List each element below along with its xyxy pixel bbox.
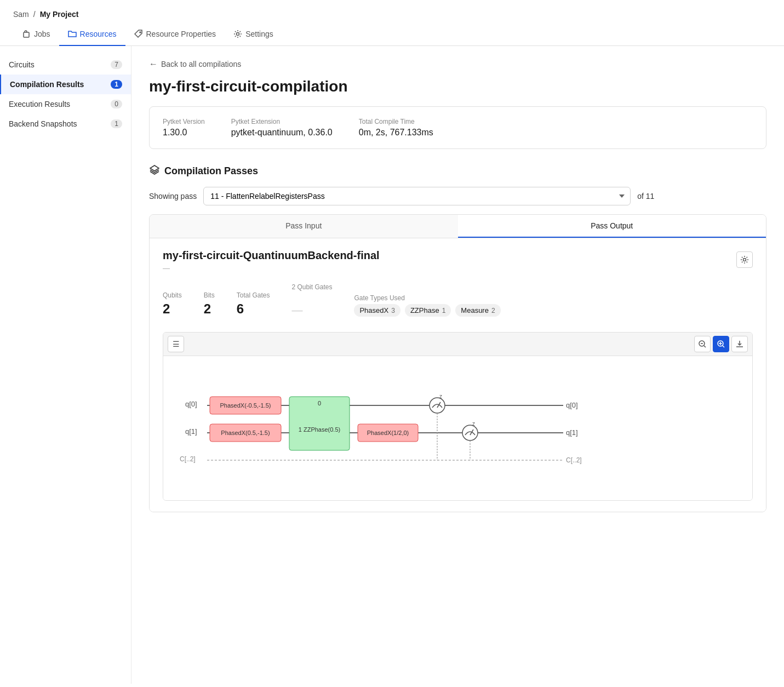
gate-badges: PhasedX 3 ZZPhase 1 Measure 2 xyxy=(354,304,500,317)
sidebar-circuits-badge: 7 xyxy=(111,60,122,69)
bits-label: Bits xyxy=(204,291,215,299)
tab-settings-label: Settings xyxy=(245,30,273,38)
sidebar-compilation-badge: 1 xyxy=(111,80,122,89)
tab-resources-label: Resources xyxy=(80,30,117,38)
circuit-svg-area: q[0] q[0] q[1] q[1] C[..2] C[..2] xyxy=(163,356,752,500)
folder-icon xyxy=(68,30,77,38)
list-view-button[interactable]: ☰ xyxy=(168,336,184,352)
back-arrow-icon: ← xyxy=(149,59,158,69)
circuit-diagram-wrapper: ☰ xyxy=(163,332,753,501)
measure-q1-circle xyxy=(462,425,478,440)
info-card: Pytket Version 1.30.0 Pytket Extension p… xyxy=(149,106,766,149)
svg-point-2 xyxy=(237,33,239,36)
stats-row: Qubits 2 Bits 2 Total Gates 6 2 Qubit Ga… xyxy=(163,283,753,317)
stat-two-qubit-gates: 2 Qubit Gates — xyxy=(291,283,332,317)
svg-point-3 xyxy=(743,259,746,261)
gate-zzphase-name: ZZPhase xyxy=(410,306,439,314)
sidebar-item-compilation-results[interactable]: Compilation Results 1 xyxy=(0,75,131,94)
zoom-out-button[interactable] xyxy=(694,336,711,352)
sidebar-item-execution-results[interactable]: Execution Results 0 xyxy=(0,94,131,114)
total-gates-value: 6 xyxy=(237,301,270,317)
svg-line-10 xyxy=(723,346,724,347)
wire-q1-label: q[1] xyxy=(185,427,197,436)
tab-pass-input[interactable]: Pass Input xyxy=(150,215,458,238)
compile-time-value: 0m, 2s, 767.133ms xyxy=(359,128,433,138)
sidebar-backend-label: Backend Snapshots xyxy=(9,119,77,128)
gate-phasedx-q0-label: PhasedX(-0.5,-1.5) xyxy=(220,402,271,409)
settings-button[interactable] xyxy=(736,251,753,268)
gate-zzphase-count: 1 xyxy=(442,307,446,314)
project-name: My Project xyxy=(40,10,79,19)
toolbar-right xyxy=(694,336,748,352)
gate-badge-zzphase: ZZPhase 1 xyxy=(405,304,451,317)
tab-resources[interactable]: Resources xyxy=(59,23,125,46)
pytket-version-label: Pytket Version xyxy=(163,118,205,125)
tab-settings[interactable]: Settings xyxy=(225,23,282,46)
section-heading: Compilation Passes xyxy=(149,164,766,178)
circuit-panel: Pass Input Pass Output my-first-circuit-… xyxy=(149,214,766,512)
wire-classical-end-label: C[..2] xyxy=(566,456,582,464)
header-separator: / xyxy=(33,10,36,19)
wire-q0-end-label: q[0] xyxy=(566,401,578,409)
gate-badge-measure: Measure 2 xyxy=(455,304,500,317)
bits-value: 2 xyxy=(204,301,215,317)
circuit-toolbar: ☰ xyxy=(163,333,752,356)
wire-q1-end-label: q[1] xyxy=(566,428,578,437)
tab-resource-properties[interactable]: Resource Properties xyxy=(125,23,225,46)
pytket-extension-value: pytket-quantinuum, 0.36.0 xyxy=(231,128,333,138)
pass-of-label: of 11 xyxy=(637,192,654,201)
measure-q0-z: z xyxy=(439,393,442,399)
circuit-content-area: my-first-circuit-QuantinuumBackend-final… xyxy=(150,238,766,512)
tab-resource-properties-label: Resource Properties xyxy=(146,30,216,38)
circuit-svg: q[0] q[0] q[1] q[1] C[..2] C[..2] xyxy=(180,373,585,482)
sidebar-item-backend-snapshots[interactable]: Backend Snapshots 1 xyxy=(0,114,131,134)
total-gates-label: Total Gates xyxy=(237,291,270,299)
svg-point-1 xyxy=(140,32,141,33)
gate-phasedx-q1-2-label: PhasedX(1/2,0) xyxy=(367,430,409,436)
back-link[interactable]: ← Back to all compilations xyxy=(149,59,766,69)
gate-zzphase-label: 1 ZZPhase(0.5) xyxy=(299,426,340,433)
tab-jobs[interactable]: Jobs xyxy=(13,23,59,46)
sidebar-compilation-label: Compilation Results xyxy=(10,80,84,89)
back-link-label: Back to all compilations xyxy=(161,60,241,68)
tab-pass-output[interactable]: Pass Output xyxy=(458,215,766,238)
zoom-in-button[interactable] xyxy=(713,336,729,352)
wire-classical-label: C[..2] xyxy=(180,455,196,463)
gate-measure-count: 2 xyxy=(491,307,495,314)
measure-q1-z: z xyxy=(472,421,475,427)
page-title: my-first-circuit-compilation xyxy=(149,78,766,95)
two-qubit-gates-label: 2 Qubit Gates xyxy=(291,283,332,291)
gear-icon xyxy=(233,30,242,38)
circuit-panel-tabs: Pass Input Pass Output xyxy=(150,215,766,238)
sidebar-item-circuits[interactable]: Circuits 7 xyxy=(0,55,131,75)
compile-time-label: Total Compile Time xyxy=(359,118,433,125)
sidebar: Circuits 7 Compilation Results 1 Executi… xyxy=(0,46,131,684)
two-qubit-gates-value: — xyxy=(291,304,332,317)
pytket-version-field: Pytket Version 1.30.0 xyxy=(163,118,205,138)
wire-q0-label: q[0] xyxy=(185,400,197,408)
main-layout: Circuits 7 Compilation Results 1 Executi… xyxy=(0,46,784,684)
pytket-extension-label: Pytket Extension xyxy=(231,118,333,125)
svg-line-6 xyxy=(704,346,706,347)
gate-phasedx-q1-label: PhasedX(0.5,-1.5) xyxy=(221,430,270,436)
pass-selector-row: Showing pass 11 - FlattenRelabelRegister… xyxy=(149,187,766,205)
pytket-extension-field: Pytket Extension pytket-quantinuum, 0.36… xyxy=(231,118,333,138)
sidebar-circuits-label: Circuits xyxy=(9,60,35,69)
gate-zzphase-0-label: 0 xyxy=(318,400,321,407)
download-button[interactable] xyxy=(731,336,748,352)
pass-select[interactable]: 11 - FlattenRelabelRegistersPass xyxy=(203,187,631,205)
briefcase-icon xyxy=(22,30,31,38)
tag-icon xyxy=(134,30,143,38)
gate-types-container: Gate Types Used PhasedX 3 ZZPhase 1 xyxy=(354,294,500,317)
pytket-version-value: 1.30.0 xyxy=(163,128,205,138)
tab-pass-output-label: Pass Output xyxy=(591,221,633,230)
stat-total-gates: Total Gates 6 xyxy=(237,291,270,317)
measure-q0-circle xyxy=(430,398,445,413)
svg-rect-0 xyxy=(24,32,29,37)
toolbar-left: ☰ xyxy=(168,336,184,352)
sidebar-execution-badge: 0 xyxy=(111,100,122,108)
gate-badge-phasedx: PhasedX 3 xyxy=(354,304,400,317)
user-name: Sam xyxy=(13,10,29,19)
top-header: Sam / My Project xyxy=(0,0,784,19)
tab-jobs-label: Jobs xyxy=(34,30,50,38)
